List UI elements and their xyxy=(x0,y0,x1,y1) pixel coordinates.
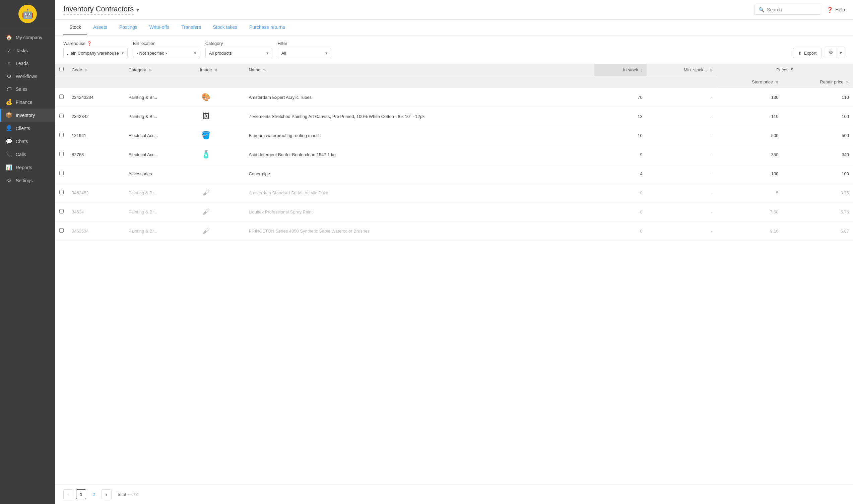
sidebar-item-clients[interactable]: 👤Clients xyxy=(0,122,55,135)
tab-postings[interactable]: Postings xyxy=(113,20,143,35)
sidebar-item-my-company[interactable]: 🏠My company xyxy=(0,31,55,44)
category-label: Category xyxy=(205,41,272,46)
sidebar-item-inventory[interactable]: 📦Inventory xyxy=(0,109,55,122)
table-row: 3453534 Painting & Br... 🖌 PRINCETON Ser… xyxy=(55,221,853,240)
th-min-stock[interactable]: Min. stock... ⇅ xyxy=(647,64,716,76)
row-checkbox-cell[interactable] xyxy=(55,145,68,164)
next-page-button[interactable]: › xyxy=(102,489,112,499)
row-checkbox[interactable] xyxy=(59,94,63,99)
search-input[interactable] xyxy=(767,7,817,13)
sidebar-item-tasks[interactable]: ✓Tasks xyxy=(0,44,55,57)
settings-caret-icon[interactable]: ▾ xyxy=(837,48,845,58)
row-checkbox-cell[interactable] xyxy=(55,202,68,221)
row-checkbox[interactable] xyxy=(59,113,63,118)
row-category: Electrical Acc... xyxy=(124,126,196,145)
row-checkbox-cell[interactable] xyxy=(55,107,68,126)
row-checkbox-cell[interactable] xyxy=(55,126,68,145)
row-checkbox[interactable] xyxy=(59,133,63,137)
sidebar-label-calls: Calls xyxy=(16,152,26,157)
select-all-header[interactable] xyxy=(55,64,68,76)
row-category: Painting & Br... xyxy=(124,183,196,202)
category-select[interactable]: All products ▾ xyxy=(205,48,272,58)
th-image[interactable]: Image ⇅ xyxy=(196,64,245,76)
tabs-area: StockAssetsPostingsWrite-offsTransfersSt… xyxy=(55,20,853,36)
row-checkbox[interactable] xyxy=(59,190,63,194)
total-label: Total — 72 xyxy=(117,492,138,497)
row-checkbox[interactable] xyxy=(59,209,63,214)
filter-value: All xyxy=(282,51,286,56)
row-in-stock: 0 xyxy=(594,221,647,240)
settings-button[interactable]: ⚙ ▾ xyxy=(825,47,845,58)
row-name: Amsterdam Expert Acrylic Tubes xyxy=(244,88,594,107)
table-row: 34534 Painting & Br... 🖌 Liquitex Profes… xyxy=(55,202,853,221)
logo-area: 🤖 xyxy=(0,0,55,28)
table-row: 2342342 Painting & Br... 🖼 7 Elements St… xyxy=(55,107,853,126)
warehouse-value: ...ain Company warehouse xyxy=(67,51,119,56)
sidebar-item-sales[interactable]: 🏷Sales xyxy=(0,83,55,95)
warehouse-select[interactable]: ...ain Company warehouse ▾ xyxy=(63,48,128,58)
sidebar-item-leads[interactable]: ≡Leads xyxy=(0,57,55,70)
help-button[interactable]: ❓ Help xyxy=(827,7,845,13)
reports-icon: 📊 xyxy=(6,164,13,170)
tab-stock[interactable]: Stock xyxy=(63,20,87,35)
sidebar-item-workflows[interactable]: ⚙Workflows xyxy=(0,70,55,83)
export-label: Export xyxy=(804,51,816,56)
prev-page-button[interactable]: ‹ xyxy=(63,489,73,499)
tab-purchase-returns[interactable]: Purchase returns xyxy=(243,20,291,35)
warehouse-help-icon[interactable]: ❓ xyxy=(87,41,92,46)
row-checkbox[interactable] xyxy=(59,152,63,156)
leads-icon: ≡ xyxy=(6,60,13,66)
title-dropdown-icon[interactable]: ▾ xyxy=(137,7,139,13)
sidebar-item-reports[interactable]: 📊Reports xyxy=(0,161,55,174)
row-checkbox[interactable] xyxy=(59,228,63,233)
row-code: 121941 xyxy=(68,126,124,145)
row-name: 7 Elements Stretched Painting Art Canvas… xyxy=(244,107,594,126)
th-name[interactable]: Name ⇅ xyxy=(244,64,594,76)
row-name: Amsterdam Standard Series Acrylic Paint xyxy=(244,183,594,202)
row-checkbox-cell[interactable] xyxy=(55,183,68,202)
sidebar-item-finance[interactable]: 💰Finance xyxy=(0,95,55,109)
in-stock-sort-icon: ↓ xyxy=(640,68,642,72)
sidebar-label-clients: Clients xyxy=(16,126,30,131)
th-code[interactable]: Code ⇅ xyxy=(68,64,124,76)
row-store-price: 110 xyxy=(716,107,783,126)
tab-assets[interactable]: Assets xyxy=(87,20,113,35)
bin-location-caret-icon: ▾ xyxy=(194,51,196,56)
row-checkbox-cell[interactable] xyxy=(55,88,68,107)
logo-icon: 🤖 xyxy=(22,8,34,19)
row-checkbox-cell[interactable] xyxy=(55,164,68,183)
select-all-checkbox[interactable] xyxy=(59,67,63,71)
tab-stock-takes[interactable]: Stock takes xyxy=(207,20,243,35)
sidebar-item-chats[interactable]: 💬Chats xyxy=(0,135,55,148)
chats-icon: 💬 xyxy=(6,138,13,144)
page-1-button[interactable]: 1 xyxy=(76,489,86,499)
row-checkbox[interactable] xyxy=(59,171,63,175)
row-image: 🪣 xyxy=(196,126,245,145)
row-category: Accessories xyxy=(124,164,196,183)
gear-icon[interactable]: ⚙ xyxy=(825,47,837,58)
th-repair-price[interactable]: Repair price ⇅ xyxy=(782,76,853,88)
filter-select[interactable]: All ▾ xyxy=(278,48,331,58)
th-store-price[interactable]: Store price ⇅ xyxy=(716,76,783,88)
row-store-price: 500 xyxy=(716,126,783,145)
sidebar-item-settings[interactable]: ⚙Settings xyxy=(0,174,55,187)
th-category[interactable]: Category ⇅ xyxy=(124,64,196,76)
table-row: Accessories Coper pipe 4 - 100 100 xyxy=(55,164,853,183)
table-header-row-2: Store price ⇅ Repair price ⇅ xyxy=(55,76,853,88)
help-label: Help xyxy=(835,7,845,13)
category-sort-icon: ⇅ xyxy=(149,68,152,72)
page-2-button[interactable]: 2 xyxy=(89,489,99,499)
sidebar-label-my-company: My company xyxy=(16,35,42,40)
bin-location-select[interactable]: - Not specified - ▾ xyxy=(133,48,200,58)
filter-label: Filter xyxy=(278,41,331,46)
tab-transfers[interactable]: Transfers xyxy=(175,20,207,35)
row-checkbox-cell[interactable] xyxy=(55,221,68,240)
category-caret-icon: ▾ xyxy=(266,51,269,56)
sidebar-item-calls[interactable]: 📞Calls xyxy=(0,148,55,161)
search-box[interactable]: 🔍 xyxy=(754,5,821,15)
tab-write-offs[interactable]: Write-offs xyxy=(143,20,175,35)
sidebar: 🤖 🏠My company✓Tasks≡Leads⚙Workflows🏷Sale… xyxy=(0,0,55,504)
export-button[interactable]: ⬆ Export xyxy=(793,48,821,58)
th-in-stock[interactable]: In stock ↓ xyxy=(594,64,647,76)
table-area: Code ⇅ Category ⇅ Image ⇅ Name ⇅ In stoc… xyxy=(55,64,853,484)
